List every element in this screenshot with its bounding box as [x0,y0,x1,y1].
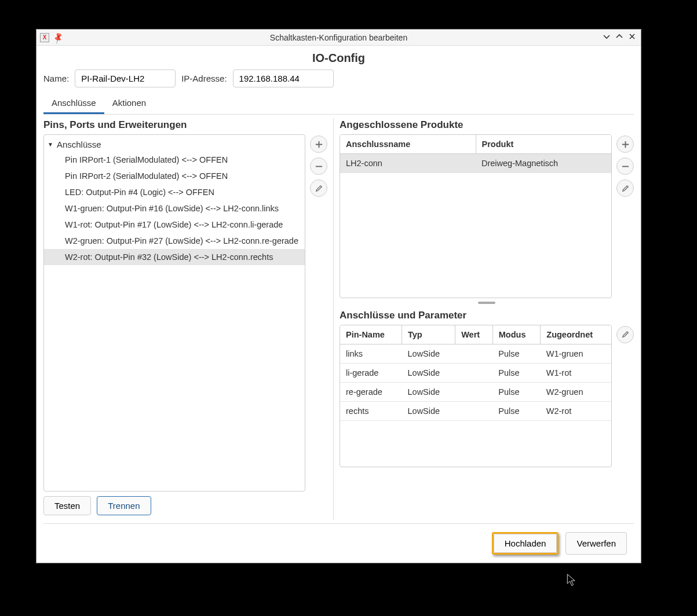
table-row[interactable]: LH2-conn Dreiweg-Magnetisch [340,154,611,173]
products-table: Anschlussname Produkt LH2-conn Dreiweg-M… [340,135,611,298]
table-row[interactable]: links LowSide Pulse W1-gruen [340,344,611,363]
pins-heading: Pins, Ports und Erweiterungen [43,119,327,131]
name-input[interactable] [75,69,176,87]
remove-pin-button[interactable] [310,157,327,175]
params-header-pin[interactable]: Pin-Name [340,325,402,344]
params-header-value[interactable]: Wert [455,325,493,344]
edit-product-button[interactable] [616,179,634,197]
tree-item[interactable]: W2-rot: Output-Pin #32 (LowSide) <--> LH… [44,249,305,265]
ip-input[interactable] [233,69,334,87]
minimize-icon[interactable] [603,32,611,42]
tree-item[interactable]: W1-gruen: Output-Pin #16 (LowSide) <--> … [44,200,305,217]
product-name-cell: LH2-conn [340,154,476,173]
test-button[interactable]: Testen [43,496,91,515]
maximize-icon[interactable] [615,32,623,42]
mouse-cursor-icon [567,574,577,589]
params-header-type[interactable]: Typ [402,325,455,344]
tree-item[interactable]: LED: Output-Pin #4 (Logic) <--> OFFEN [44,184,305,200]
name-label: Name: [43,74,69,83]
params-header-mode[interactable]: Modus [492,325,541,344]
add-product-button[interactable] [616,135,634,153]
titlebar: X 📌 Schaltkasten-Konfiguration bearbeite… [37,30,641,46]
splitter[interactable] [340,302,634,305]
tree-item[interactable]: W2-gruen: Output-Pin #27 (LowSide) <--> … [44,233,305,249]
dialog-window: X 📌 Schaltkasten-Konfiguration bearbeite… [36,29,641,563]
window-title: Schaltkasten-Konfiguration bearbeiten [37,33,641,42]
tabs: Anschlüsse Aktionen [43,93,634,115]
params-table: Pin-Name Typ Wert Modus Zugeordnet [340,325,611,467]
products-header-name[interactable]: Anschlussname [340,135,476,154]
upload-button[interactable]: Hochladen [494,534,557,553]
products-heading: Angeschlossene Produkte [340,119,634,131]
close-icon[interactable] [628,32,636,42]
config-form-row: Name: IP-Adresse: [43,69,634,87]
discard-button[interactable]: Verwerfen [565,532,627,555]
page-title: IO-Config [43,52,634,65]
table-row[interactable]: rechts LowSide Pulse W2-rot [340,401,611,420]
params-header-assigned[interactable]: Zugeordnet [541,325,611,344]
tab-actions[interactable]: Aktionen [104,93,154,114]
app-icon: X [40,33,49,42]
tree-root[interactable]: ▼ Anschlüsse [44,137,305,152]
ip-label: IP-Adresse: [181,74,227,83]
tree-root-label: Anschlüsse [57,140,101,149]
edit-param-button[interactable] [616,326,634,343]
tree-item[interactable]: W1-rot: Output-Pin #17 (LowSide) <--> LH… [44,217,305,233]
params-heading: Anschlüsse und Parameter [340,310,634,321]
pin-icon[interactable]: 📌 [51,31,64,43]
tab-connections[interactable]: Anschlüsse [43,93,104,114]
add-pin-button[interactable] [310,135,327,153]
product-type-cell: Dreiweg-Magnetisch [476,154,611,173]
chevron-down-icon: ▼ [48,141,53,148]
products-header-product[interactable]: Produkt [476,135,611,154]
table-row[interactable]: re-gerade LowSide Pulse W2-gruen [340,382,611,401]
table-row[interactable]: li-gerade LowSide Pulse W1-rot [340,363,611,382]
edit-pin-button[interactable] [310,179,327,197]
upload-highlight: Hochladen [492,532,559,555]
tree-item[interactable]: Pin IRPort-2 (SerialModulated) <--> OFFE… [44,168,305,184]
tree-item[interactable]: Pin IRPort-1 (SerialModulated) <--> OFFE… [44,152,305,168]
pins-tree[interactable]: ▼ Anschlüsse Pin IRPort-1 (SerialModulat… [43,134,305,492]
disconnect-button[interactable]: Trennen [97,496,151,515]
remove-product-button[interactable] [616,157,634,175]
